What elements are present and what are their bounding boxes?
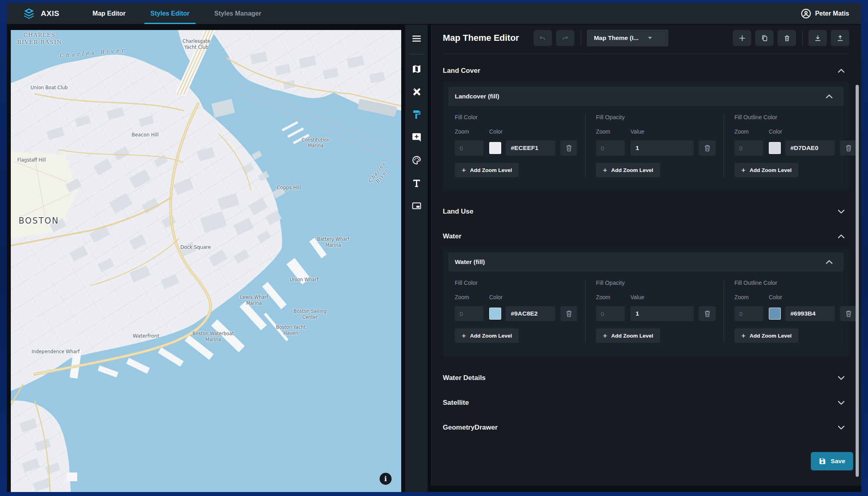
section-label: Land Use — [443, 208, 474, 216]
map-label: Union Wharf — [290, 276, 318, 282]
color-column-label: Color — [769, 294, 782, 300]
delete-zoom-level-button[interactable] — [699, 306, 716, 321]
section-header-satellite[interactable]: Satellite — [443, 393, 849, 412]
save-label: Save — [831, 458, 845, 465]
zoom-column-label: Zoom — [455, 128, 489, 135]
chevron-down-icon — [838, 426, 844, 430]
map-label: Battery Wharf Marina — [317, 236, 350, 248]
panel-scrollbar[interactable] — [856, 85, 859, 477]
opacity-value-input[interactable] — [630, 306, 694, 321]
property-fill-color: Fill Color ZoomColor +Add Zoom Level — [455, 280, 585, 343]
chevron-down-icon — [648, 36, 652, 40]
map-tool-icon[interactable] — [408, 61, 424, 77]
tab-styles-editor[interactable]: Styles Editor — [138, 3, 202, 24]
delete-zoom-level-button[interactable] — [840, 306, 857, 321]
color-hex-input[interactable] — [506, 306, 555, 321]
section-header-land-cover[interactable]: Land Cover — [443, 61, 849, 80]
palette-icon[interactable] — [408, 152, 424, 168]
text-tool-icon[interactable] — [408, 175, 424, 191]
zoom-input[interactable] — [455, 306, 484, 321]
add-zoom-level-button[interactable]: +Add Zoom Level — [455, 163, 519, 177]
map-attribution-info-icon[interactable]: i — [380, 473, 392, 485]
chevron-down-icon — [838, 210, 844, 214]
brand: AXIS — [23, 8, 59, 20]
zoom-column-label: Zoom — [596, 128, 630, 135]
layer-label: Landcover (fill) — [455, 93, 499, 100]
layer-header-landcover-fill[interactable]: Landcover (fill) — [448, 87, 844, 106]
user-menu[interactable]: Peter Matis — [801, 8, 849, 19]
card-watermark-icon[interactable] — [408, 198, 424, 214]
zoom-input[interactable] — [734, 306, 763, 321]
add-zoom-level-button[interactable]: +Add Zoom Level — [734, 328, 798, 343]
delete-theme-button[interactable] — [778, 30, 796, 46]
zoom-column-label: Zoom — [596, 294, 630, 300]
property-fill-opacity: Fill Opacity ZoomValue +Add Zoom Level — [585, 114, 724, 177]
add-comment-icon[interactable] — [408, 129, 424, 145]
delete-zoom-level-button[interactable] — [699, 140, 716, 156]
section-header-water[interactable]: Water — [443, 227, 849, 246]
color-hex-input[interactable] — [785, 140, 835, 156]
save-button[interactable]: Save — [811, 452, 853, 470]
property-label: Fill Opacity — [596, 280, 716, 286]
tab-map-editor[interactable]: Map Editor — [80, 3, 138, 24]
color-swatch[interactable] — [489, 142, 501, 154]
user-name: Peter Matis — [815, 10, 849, 17]
add-zoom-level-button[interactable]: +Add Zoom Level — [596, 328, 660, 343]
map-label: Independence Wharf — [32, 348, 80, 354]
opacity-value-input[interactable] — [630, 140, 694, 156]
add-theme-button[interactable] — [733, 30, 751, 46]
paint-roller-icon-active[interactable] — [408, 106, 424, 122]
section-header-land-use[interactable]: Land Use — [443, 202, 849, 221]
map-label: Copps Hill — [277, 185, 301, 192]
property-fill-outline-color: Fill Outline Color ZoomColor +Add Zoom L… — [724, 280, 861, 343]
plus-icon: + — [741, 166, 746, 174]
section-header-geometrydrawer[interactable]: GeometryDrawer — [443, 418, 849, 437]
delete-zoom-level-button[interactable] — [560, 306, 577, 321]
menu-icon[interactable] — [408, 30, 424, 46]
account-icon — [801, 8, 811, 19]
layer-header-water-fill[interactable]: Water (fill) — [448, 252, 844, 272]
map-labels: CHARLES RIVER BASINCharles RiverCharlesg… — [11, 30, 401, 492]
theme-dropdown[interactable]: Map Theme (I... — [587, 30, 668, 46]
section-label: GeometryDrawer — [443, 424, 498, 432]
section-header-water-details[interactable]: Water Details — [443, 368, 849, 388]
color-hex-input[interactable] — [785, 306, 835, 321]
add-zoom-level-button[interactable]: +Add Zoom Level — [596, 163, 660, 177]
section-label: Water — [443, 232, 462, 240]
color-swatch[interactable] — [489, 308, 501, 320]
add-zoom-level-button[interactable]: +Add Zoom Level — [455, 328, 519, 343]
property-label: Fill Color — [455, 280, 577, 286]
add-zoom-level-label: Add Zoom Level — [611, 167, 653, 173]
zoom-input[interactable] — [734, 140, 763, 156]
redo-button[interactable] — [556, 30, 574, 46]
header-divider-2 — [802, 30, 803, 46]
color-column-label: Color — [769, 128, 782, 135]
design-tools-icon[interactable] — [408, 84, 424, 100]
theme-dropdown-value: Map Theme (I... — [594, 34, 639, 42]
zoom-input[interactable] — [596, 306, 625, 321]
import-theme-button[interactable] — [808, 30, 827, 46]
chevron-down-icon — [838, 376, 844, 380]
plus-icon: + — [741, 332, 746, 340]
export-theme-button[interactable] — [831, 30, 849, 46]
color-swatch[interactable] — [769, 142, 781, 154]
tab-styles-manager[interactable]: Styles Manager — [202, 3, 274, 24]
delete-zoom-level-button[interactable] — [560, 140, 577, 156]
map-label: Boston Yacht Haven — [276, 324, 306, 336]
undo-button[interactable] — [534, 30, 552, 46]
add-zoom-level-label: Add Zoom Level — [470, 333, 512, 339]
color-hex-input[interactable] — [506, 140, 555, 156]
chevron-up-icon — [838, 69, 844, 73]
map-view[interactable]: CHARLES RIVER BASINCharles RiverCharlesg… — [11, 30, 401, 492]
layer-body: Fill Color ZoomColor +Add Zoom Level Fil… — [448, 272, 844, 352]
map-label: Charles River — [367, 161, 392, 188]
zoom-input[interactable] — [455, 140, 484, 156]
add-zoom-level-label: Add Zoom Level — [750, 333, 792, 339]
color-column-label: Color — [489, 128, 502, 135]
map-label: Dock Square — [180, 244, 211, 251]
duplicate-theme-button[interactable] — [755, 30, 774, 46]
color-swatch[interactable] — [769, 308, 781, 320]
zoom-input[interactable] — [596, 140, 625, 156]
add-zoom-level-button[interactable]: +Add Zoom Level — [734, 163, 798, 177]
delete-zoom-level-button[interactable] — [840, 140, 857, 156]
